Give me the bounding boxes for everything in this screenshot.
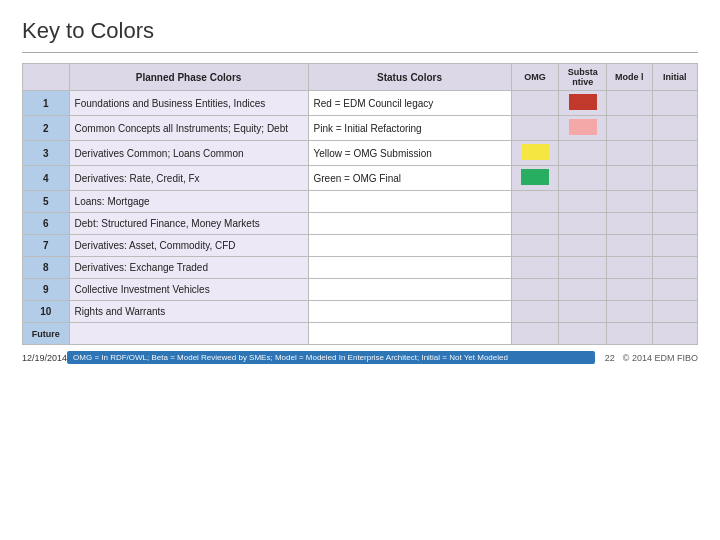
sub-swatch-cell: [559, 213, 607, 235]
phase-label: Derivatives: Asset, Commodity, CFD: [69, 235, 308, 257]
phase-label: Derivatives: Exchange Traded: [69, 257, 308, 279]
phase-label: Derivatives: Rate, Credit, Fx: [69, 166, 308, 191]
initial-swatch-cell: [652, 141, 697, 166]
table-row: 10 Rights and Warrants: [23, 301, 698, 323]
row-num: 1: [23, 91, 70, 116]
table-row: 7 Derivatives: Asset, Commodity, CFD: [23, 235, 698, 257]
model-swatch-cell: [607, 213, 652, 235]
future-initial: [652, 323, 697, 345]
model-swatch-cell: [607, 91, 652, 116]
phase-label: Derivatives Common; Loans Common: [69, 141, 308, 166]
omg-swatch-cell: [511, 91, 559, 116]
planned-phase-header: Planned Phase Colors: [69, 64, 308, 91]
footer-note: OMG = In RDF/OWL; Beta = Model Reviewed …: [67, 351, 595, 364]
future-sub: [559, 323, 607, 345]
sub-swatch-cell: [559, 191, 607, 213]
main-table: Planned Phase Colors Status Colors OMG S…: [22, 63, 698, 345]
initial-swatch-cell: [652, 191, 697, 213]
status-colors-header: Status Colors: [308, 64, 511, 91]
status-label: [308, 191, 511, 213]
substantive-header: Substa ntive: [559, 64, 607, 91]
model-swatch-cell: [607, 191, 652, 213]
row-num: 2: [23, 116, 70, 141]
phase-label: Foundations and Business Entities, Indic…: [69, 91, 308, 116]
model-swatch-cell: [607, 141, 652, 166]
table-row: 6 Debt: Structured Finance, Money Market…: [23, 213, 698, 235]
omg-swatch-cell: [511, 257, 559, 279]
future-label: Future: [23, 323, 70, 345]
initial-swatch-cell: [652, 166, 697, 191]
row-num: 5: [23, 191, 70, 213]
row-num: 7: [23, 235, 70, 257]
omg-swatch-cell: [511, 213, 559, 235]
future-phase: [69, 323, 308, 345]
phase-label: Collective Investment Vehicles: [69, 279, 308, 301]
model-swatch-cell: [607, 301, 652, 323]
status-label: Red = EDM Council legacy: [308, 91, 511, 116]
row-num: 3: [23, 141, 70, 166]
page-container: Key to Colors Planned Phase Colors Statu…: [0, 0, 720, 374]
status-label: [308, 257, 511, 279]
row-num: 10: [23, 301, 70, 323]
omg-swatch-cell: [511, 191, 559, 213]
row-num: 6: [23, 213, 70, 235]
future-omg: [511, 323, 559, 345]
table-row: 3 Derivatives Common; Loans Common Yello…: [23, 141, 698, 166]
sub-swatch-cell: [559, 257, 607, 279]
omg-swatch-cell: [511, 141, 559, 166]
initial-swatch-cell: [652, 235, 697, 257]
model-header: Mode l: [607, 64, 652, 91]
row-num: 8: [23, 257, 70, 279]
status-label: Yellow = OMG Submission: [308, 141, 511, 166]
page-title: Key to Colors: [22, 18, 698, 44]
table-header-row: Planned Phase Colors Status Colors OMG S…: [23, 64, 698, 91]
table-row: 9 Collective Investment Vehicles: [23, 279, 698, 301]
row-num: 9: [23, 279, 70, 301]
model-swatch-cell: [607, 166, 652, 191]
status-label: [308, 235, 511, 257]
initial-swatch-cell: [652, 301, 697, 323]
table-row: 8 Derivatives: Exchange Traded: [23, 257, 698, 279]
omg-swatch-cell: [511, 116, 559, 141]
footer: 12/19/2014 OMG = In RDF/OWL; Beta = Mode…: [22, 351, 698, 364]
status-label: [308, 279, 511, 301]
sub-swatch-cell: [559, 116, 607, 141]
phase-label: Debt: Structured Finance, Money Markets: [69, 213, 308, 235]
omg-swatch-cell: [511, 235, 559, 257]
initial-swatch-cell: [652, 213, 697, 235]
phase-label: Loans: Mortgage: [69, 191, 308, 213]
title-divider: [22, 52, 698, 53]
sub-swatch-cell: [559, 235, 607, 257]
omg-swatch-cell: [511, 301, 559, 323]
status-label: Green = OMG Final: [308, 166, 511, 191]
sub-swatch-cell: [559, 279, 607, 301]
model-swatch-cell: [607, 116, 652, 141]
initial-swatch-cell: [652, 116, 697, 141]
omg-swatch-cell: [511, 279, 559, 301]
status-label: [308, 213, 511, 235]
omg-swatch-cell: [511, 166, 559, 191]
future-status: [308, 323, 511, 345]
future-model: [607, 323, 652, 345]
sub-swatch-cell: [559, 166, 607, 191]
initial-header: Initial: [652, 64, 697, 91]
num-header: [23, 64, 70, 91]
sub-swatch-cell: [559, 301, 607, 323]
future-row: Future: [23, 323, 698, 345]
model-swatch-cell: [607, 235, 652, 257]
table-row: 5 Loans: Mortgage: [23, 191, 698, 213]
sub-swatch-cell: [559, 91, 607, 116]
status-label: Pink = Initial Refactoring: [308, 116, 511, 141]
sub-swatch-cell: [559, 141, 607, 166]
table-row: 2 Common Concepts all Instruments; Equit…: [23, 116, 698, 141]
table-row: 1 Foundations and Business Entities, Ind…: [23, 91, 698, 116]
footer-page-num: 22: [605, 353, 615, 363]
row-num: 4: [23, 166, 70, 191]
model-swatch-cell: [607, 279, 652, 301]
initial-swatch-cell: [652, 91, 697, 116]
initial-swatch-cell: [652, 257, 697, 279]
omg-header: OMG: [511, 64, 559, 91]
model-swatch-cell: [607, 257, 652, 279]
phase-label: Rights and Warrants: [69, 301, 308, 323]
phase-label: Common Concepts all Instruments; Equity;…: [69, 116, 308, 141]
